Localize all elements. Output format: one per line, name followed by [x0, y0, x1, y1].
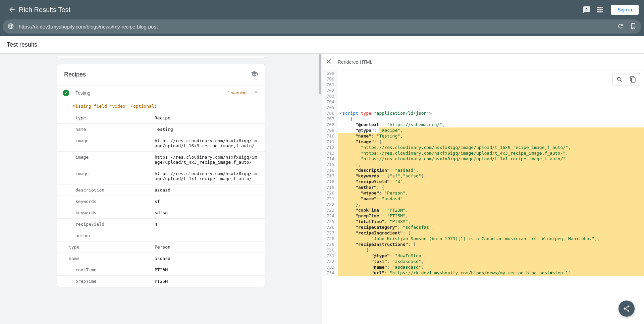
- share-fab[interactable]: [619, 301, 635, 317]
- kv-row: nameasdasd: [57, 253, 265, 264]
- line-number: 732: [322, 259, 338, 264]
- kv-value: PT23M: [155, 267, 168, 272]
- line-number: 700: [322, 76, 338, 82]
- content: Recipes ✓ Testing 1 warning Missing fiel…: [0, 54, 644, 324]
- line-number: 723: [322, 207, 338, 213]
- line-number: 715: [322, 162, 338, 167]
- line-number: 713: [322, 150, 338, 156]
- phone-icon[interactable]: [630, 23, 637, 31]
- code-content: [338, 76, 644, 82]
- line-number: 726: [322, 224, 338, 230]
- code-scroll[interactable]: 699700701702703704705706<script type="ap…: [322, 70, 644, 324]
- code-line: 727 "recipeIngredient": [: [322, 230, 644, 236]
- kv-value: https://res.cloudinary.com/hsxfx8igq/ima…: [155, 138, 258, 148]
- kv-row: typeRecipe: [57, 112, 265, 123]
- line-number: 724: [322, 213, 338, 219]
- code-line: 731 "@type": "HowToStep",: [322, 253, 644, 259]
- kv-row: recipeYield4: [57, 218, 265, 230]
- code-content: "@type": "HowToStep",: [338, 253, 644, 259]
- kv-value: Person: [155, 245, 170, 250]
- code-line: 730 {: [322, 247, 644, 253]
- recipe-item-header[interactable]: ✓ Testing 1 warning: [57, 85, 265, 100]
- close-button[interactable]: [325, 58, 332, 66]
- code-line: 701: [322, 82, 644, 88]
- code-content: [338, 93, 644, 99]
- code-line: 706<script type="application/ld+json">: [322, 110, 644, 116]
- line-number: 705: [322, 105, 338, 110]
- code-content: {: [338, 116, 644, 122]
- code-content: "name": "asdasdasd",: [338, 264, 644, 270]
- line-number: 734: [322, 270, 338, 276]
- left-pane: Recipes ✓ Testing 1 warning Missing fiel…: [0, 54, 322, 324]
- search-icon[interactable]: [613, 73, 626, 86]
- kv-value: Recipe: [155, 115, 170, 120]
- code-content: "cookTime": "PT23M",: [338, 207, 644, 213]
- code-content: [338, 70, 644, 76]
- code-line: 724 "prepTime": "PT25M",: [322, 213, 644, 219]
- kv-key: type: [64, 245, 155, 250]
- kv-key: image: [64, 171, 155, 181]
- line-number: 721: [322, 196, 338, 202]
- line-number: 716: [322, 167, 338, 173]
- code-line: 705: [322, 105, 644, 110]
- kv-row: keywordssdfsd: [57, 207, 265, 218]
- kv-key: prepTime: [64, 279, 155, 284]
- code-content: },: [338, 202, 644, 207]
- code-content: "name": "Testing",: [338, 133, 644, 139]
- scrollbar[interactable]: [319, 54, 321, 94]
- code-content: "url": "https://rk-dev1.myshopify.com/bl…: [338, 270, 644, 276]
- line-number: 706: [322, 110, 338, 116]
- missing-field-warning: Missing field "video" (optional): [57, 100, 265, 112]
- copy-icon[interactable]: [626, 73, 640, 86]
- apps-icon[interactable]: [593, 3, 607, 16]
- url-text[interactable]: https://rk-dev1.myshopify.com/blogs/news…: [19, 24, 617, 30]
- line-number: 714: [322, 156, 338, 162]
- kv-key: keywords: [64, 210, 155, 215]
- feedback-icon[interactable]: [580, 3, 593, 16]
- kv-value: sf: [155, 199, 160, 204]
- line-number: 731: [322, 253, 338, 259]
- kv-value: Testing: [155, 127, 173, 132]
- line-number: 730: [322, 247, 338, 253]
- code-line: 728 "John Kristjan Samson (born 1973)[1]…: [322, 236, 644, 241]
- code-content: "prepTime": "PT25M",: [338, 213, 644, 219]
- code-line: 726 "recipeCategory": "sdfadsfas",: [322, 224, 644, 230]
- education-icon[interactable]: [251, 70, 258, 79]
- kv-value: https://res.cloudinary.com/hsxfx8igq/ima…: [155, 155, 258, 165]
- line-number: 702: [322, 88, 338, 93]
- code-line: 720 "@type": "Person",: [322, 190, 644, 196]
- right-pane: Rendered HTML 699700701702703704705706<s…: [322, 54, 644, 324]
- kv-table: typeRecipenameTestingimagehttps://res.cl…: [57, 112, 265, 287]
- code-content: "@type": "Recipe",: [338, 127, 644, 133]
- code-content: "author": {: [338, 184, 644, 190]
- line-number: 733: [322, 264, 338, 270]
- refresh-icon[interactable]: [617, 23, 624, 31]
- code-line: 700: [322, 76, 644, 82]
- code-line: 714 "https://res.cloudinary.com/hsxfx8ig…: [322, 156, 644, 162]
- code-line: 704: [322, 99, 644, 105]
- code-area: 699700701702703704705706<script type="ap…: [322, 70, 644, 324]
- code-content: [338, 82, 644, 88]
- back-button[interactable]: [5, 3, 19, 16]
- code-line: 715 ],: [322, 162, 644, 167]
- signin-button[interactable]: Sign in: [611, 5, 639, 15]
- code-line: 732 "text": "asdasdasd",: [322, 259, 644, 264]
- code-line: 721 "name": "asdasd": [322, 196, 644, 202]
- code-line: 725 "totalTime": "PT48M",: [322, 219, 644, 224]
- subheader-title: Test results: [7, 41, 37, 48]
- kv-key: recipeYield: [64, 222, 155, 227]
- subheader: Test results: [0, 36, 644, 54]
- line-number: 727: [322, 230, 338, 236]
- code-content: "John Kristjan Samson (born 1973)[1] is …: [338, 236, 644, 241]
- kv-row: author: [57, 230, 265, 241]
- code-toolbar: [612, 73, 640, 86]
- recipe-item-name: Testing: [75, 90, 228, 96]
- right-title: Rendered HTML: [338, 59, 373, 65]
- line-number: 709: [322, 127, 338, 133]
- code-line: 707 {: [322, 116, 644, 122]
- line-number: 717: [322, 173, 338, 179]
- code-content: "image": [: [338, 139, 644, 145]
- app-header: Rich Results Test Sign in: [0, 0, 644, 19]
- code-content: "description": "asdasd",: [338, 167, 644, 173]
- kv-key: type: [64, 115, 155, 120]
